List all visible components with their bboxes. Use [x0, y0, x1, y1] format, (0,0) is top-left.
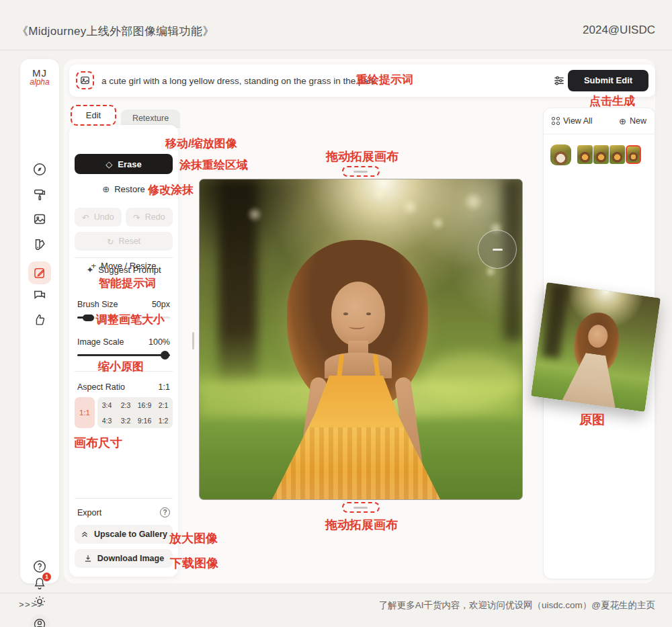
reset-icon: ↻	[107, 237, 114, 247]
suggest-prompt-label: Suggest Prompt	[98, 265, 161, 275]
photo-layer	[247, 206, 263, 222]
drag-handle-icon	[353, 171, 368, 173]
grid-icon	[552, 117, 560, 125]
erase-label: Erase	[118, 159, 141, 169]
aspect-option[interactable]: 16:9	[135, 397, 154, 413]
submit-edit-button[interactable]: Submit Edit	[568, 70, 648, 91]
undo-icon: ↶	[82, 212, 89, 222]
sparkle-icon: ✦	[86, 265, 93, 275]
new-label: New	[630, 116, 646, 126]
slider-thumb[interactable]	[83, 315, 94, 321]
image-scale-row: Image Scale 100%	[77, 337, 170, 347]
edit-icon[interactable]	[28, 261, 51, 284]
thumbnail-variant[interactable]	[610, 145, 625, 164]
annotation-brush: 调整画笔大小	[96, 312, 165, 327]
aspect-ratio-value: 1:1	[159, 382, 170, 392]
image-scale-value: 100%	[149, 337, 170, 347]
aspect-option[interactable]: 9:16	[135, 413, 154, 428]
panel-divider	[75, 257, 173, 258]
aspect-option[interactable]: 2:3	[116, 397, 135, 413]
upscale-to-gallery-button[interactable]: Upscale to Gallery	[75, 525, 173, 544]
page-title: 《Midjourney上线外部图像编辑功能》	[17, 24, 214, 39]
erase-button[interactable]: ◇ Erase	[75, 154, 173, 174]
account-avatar[interactable]	[30, 614, 50, 627]
thumbnail-variant[interactable]	[577, 145, 593, 164]
brush-size-value: 50px	[152, 300, 170, 309]
annotation-submit: 点击生成	[589, 93, 635, 109]
erase-icon: ◇	[106, 159, 112, 169]
original-image-preview[interactable]	[531, 282, 661, 412]
suggest-prompt-button[interactable]: ✦ Suggest Prompt	[69, 263, 178, 276]
help-icon[interactable]	[32, 559, 47, 574]
export-help-icon[interactable]: ?	[160, 507, 170, 517]
aspect-ratio-label: Aspect Ratio	[77, 382, 125, 392]
brush-cursor[interactable]	[478, 230, 517, 269]
photo-layer	[349, 323, 365, 329]
annotation-aspect: 画布尺寸	[74, 435, 122, 451]
image-icon[interactable]	[32, 212, 47, 226]
brush-size-label: Brush Size	[77, 300, 118, 309]
expand-canvas-handle-top[interactable]	[342, 166, 380, 177]
undo-button[interactable]: ↶ Undo	[75, 208, 122, 226]
header-divider	[0, 50, 672, 50]
expand-canvas-handle-bottom[interactable]	[342, 502, 380, 513]
photo-layer	[325, 353, 392, 378]
download-label: Download Image	[97, 554, 164, 563]
upscale-chevrons-icon	[80, 530, 89, 539]
photo-layer	[401, 198, 419, 216]
annotation-prompt: 重绘提示词	[356, 72, 413, 87]
annotation-upscale: 放大图像	[169, 530, 218, 546]
reset-label: Reset	[118, 237, 140, 246]
aspect-option[interactable]: 2:1	[154, 397, 173, 413]
annotation-suggest: 智能提示词	[99, 276, 156, 291]
photo-layer	[373, 187, 386, 201]
restore-label: Restore	[114, 184, 145, 194]
footer-credit: 了解更多AI干货内容，欢迎访问优设网（uisdc.com）@夏花生的主页	[379, 599, 655, 612]
compass-icon[interactable]	[32, 162, 47, 177]
slider-thumb[interactable]	[161, 351, 169, 360]
thumbnail-original[interactable]	[550, 144, 571, 165]
slider-track	[77, 354, 170, 356]
canvas-image[interactable]	[200, 179, 522, 499]
aspect-option[interactable]: 1:2	[154, 413, 173, 428]
prompt-image-icon[interactable]	[76, 71, 94, 89]
tab-edit[interactable]: Edit	[71, 105, 116, 126]
aspect-option[interactable]: 3:4	[97, 397, 116, 413]
reset-button[interactable]: ↻ Reset	[75, 232, 173, 251]
photo-layer	[463, 192, 483, 212]
aspect-ratio-row: Aspect Ratio 1:1	[77, 382, 170, 392]
aspect-option-1-1-selected[interactable]: 1:1	[75, 397, 95, 428]
aspect-ratio-grid: 3:4 2:3 16:9 2:1 4:3 3:2 9:16 1:2	[97, 397, 173, 428]
new-button[interactable]: ⊕ New	[619, 116, 646, 126]
photo-girl-face	[331, 282, 385, 346]
plus-circle-icon: ⊕	[619, 116, 626, 126]
thumbnail-variant[interactable]	[593, 145, 609, 164]
restore-icon: ⊕	[102, 184, 110, 194]
swatches-icon[interactable]	[32, 237, 47, 252]
thumbnail-variant-selected[interactable]	[626, 145, 641, 164]
aspect-option[interactable]: 3:2	[116, 413, 135, 428]
panel-scrollbar[interactable]	[192, 332, 194, 349]
view-all-button[interactable]: View All	[552, 116, 593, 126]
photo-layer	[542, 283, 569, 359]
view-all-label: View All	[563, 116, 593, 126]
thumbs-up-icon[interactable]	[32, 312, 47, 327]
download-icon	[83, 554, 93, 563]
redo-button[interactable]: ↷ Redo	[126, 208, 173, 226]
credit-text: 2024@UISDC	[583, 24, 655, 37]
paint-roller-icon[interactable]	[32, 187, 47, 202]
photo-layer	[421, 353, 522, 407]
redo-icon: ↷	[133, 212, 140, 222]
image-scale-slider[interactable]	[77, 351, 170, 359]
aspect-option[interactable]: 4:3	[97, 413, 116, 428]
annotation-expand-bottom: 拖动拓展画布	[325, 517, 398, 533]
chat-icon[interactable]	[32, 288, 47, 302]
prompt-input[interactable]: a cute girl with a long yellow dress, st…	[101, 76, 376, 86]
bell-icon[interactable]: 1	[32, 576, 47, 591]
photo-layer	[343, 312, 348, 315]
download-image-button[interactable]: Download Image	[75, 549, 173, 568]
upscale-label: Upscale to Gallery	[94, 530, 167, 539]
settings-sliders-icon[interactable]	[552, 74, 566, 87]
annotation-scale: 缩小原图	[98, 359, 144, 374]
image-scale-label: Image Scale	[77, 337, 124, 347]
